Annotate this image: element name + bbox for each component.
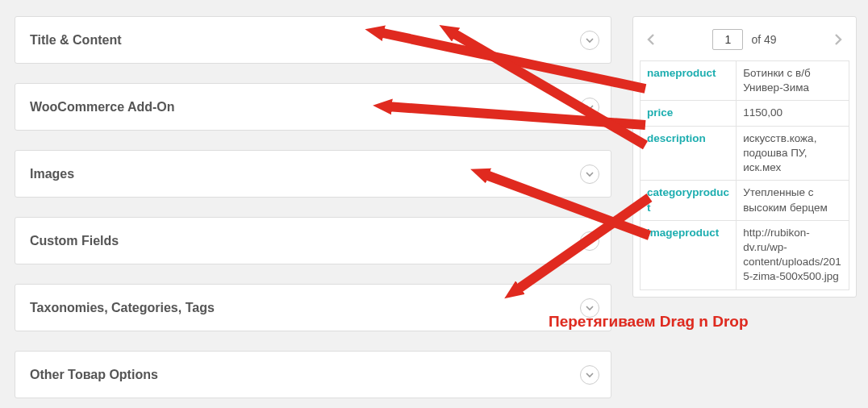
- field-value: искусств.кожа, подошва ПУ, иск.мех: [737, 126, 849, 181]
- fields-table: nameproduct Ботинки с в/б Универ-Зима pr…: [640, 60, 849, 290]
- field-value: 1150,00: [737, 101, 849, 126]
- pager-input[interactable]: [712, 29, 743, 50]
- annotation-text: Перетягиваем Drag n Drop: [549, 313, 749, 331]
- panel-taxonomies[interactable]: Taxonomies, Categories, Tags: [15, 284, 611, 331]
- table-row: categoryproduct Утепленные с высоким бер…: [641, 181, 849, 220]
- field-key[interactable]: description: [641, 126, 737, 181]
- panel-title-label: Custom Fields: [30, 234, 119, 248]
- panel-title-label: Images: [30, 167, 74, 181]
- field-key[interactable]: nameproduct: [641, 61, 737, 101]
- field-key[interactable]: categoryproduct: [641, 181, 737, 220]
- pager-total-label: of 49: [751, 33, 776, 46]
- table-row: price 1150,00: [641, 101, 849, 126]
- panel-woocommerce[interactable]: WooCommerce Add-On: [15, 83, 611, 131]
- panel-title-label: Title & Content: [30, 33, 121, 48]
- panels-column: Title & Content WooCommerce Add-On Image…: [15, 16, 611, 408]
- field-key[interactable]: price: [641, 101, 737, 126]
- pager-center: of 49: [712, 29, 776, 50]
- panel-title-label: Other Товар Options: [30, 368, 158, 382]
- field-value: Ботинки с в/б Универ-Зима: [737, 61, 849, 101]
- panel-images[interactable]: Images: [15, 150, 611, 198]
- table-row: nameproduct Ботинки с в/б Универ-Зима: [641, 61, 849, 101]
- record-preview: of 49 nameproduct Ботинки с в/б Универ-З…: [632, 16, 857, 298]
- chevron-down-icon[interactable]: [580, 98, 599, 117]
- panel-custom-fields[interactable]: Custom Fields: [15, 217, 611, 264]
- pager-next-icon[interactable]: [827, 29, 848, 50]
- chevron-down-icon[interactable]: [580, 231, 599, 251]
- chevron-down-icon[interactable]: [580, 164, 599, 184]
- panel-title-label: Taxonomies, Categories, Tags: [30, 301, 215, 315]
- panel-title-content[interactable]: Title & Content: [15, 16, 611, 64]
- field-value: http://rubikon-dv.ru/wp-content/uploads/…: [737, 220, 849, 289]
- panel-other-options[interactable]: Other Товар Options: [15, 351, 611, 398]
- field-value: Утепленные с высоким берцем: [737, 181, 849, 220]
- table-row: imageproduct http://rubikon-dv.ru/wp-con…: [641, 220, 849, 289]
- pager: of 49: [640, 23, 849, 60]
- table-row: description искусств.кожа, подошва ПУ, и…: [641, 126, 849, 181]
- preview-column: of 49 nameproduct Ботинки с в/б Универ-З…: [632, 16, 857, 298]
- pager-prev-icon[interactable]: [641, 29, 662, 50]
- field-key[interactable]: imageproduct: [641, 220, 737, 289]
- chevron-down-icon[interactable]: [580, 31, 599, 50]
- chevron-down-icon[interactable]: [580, 365, 599, 385]
- panel-title-label: WooCommerce Add-On: [30, 100, 175, 114]
